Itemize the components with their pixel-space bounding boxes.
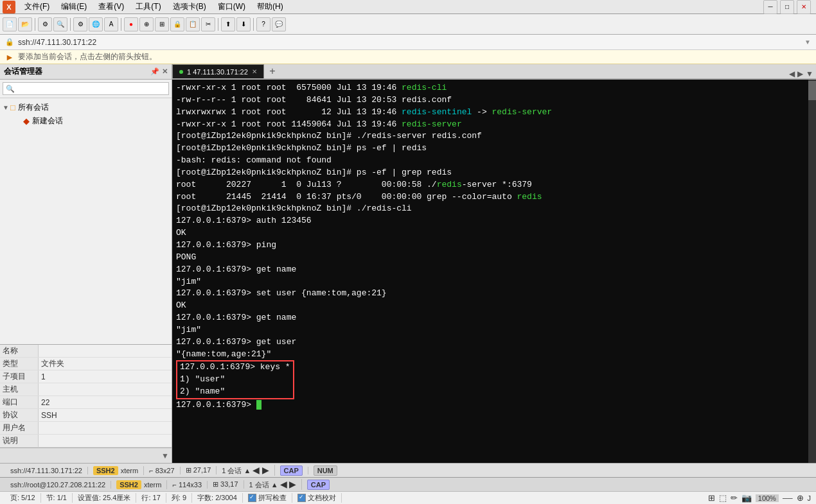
info-bar: ► 要添加当前会话，点击左侧的箭头按钮。: [0, 50, 816, 64]
status-sessions-2: 1 会话 ▲ ◀ ▶: [244, 479, 302, 490]
tab-close-icon-1[interactable]: ✕: [252, 68, 257, 75]
toolbar-btn-13[interactable]: ⬇: [236, 17, 251, 31]
terminal-line-18: 127.0.0.1:6379> set user {name:tom,age:2…: [176, 288, 804, 300]
toolbar-btn-3[interactable]: ⚙: [73, 17, 87, 31]
status-num-1: NUM: [308, 467, 342, 474]
terminal-line-15: PONG: [176, 252, 804, 264]
session-icon: ◆: [23, 116, 30, 126]
session-manager-header: 会话管理器 📌 ✕: [0, 64, 172, 80]
terminal-line-22: 127.0.0.1:6379> get user: [176, 336, 804, 349]
tab-session-1[interactable]: 1 47.111.30.171:22 ✕: [172, 64, 264, 78]
toolbar-btn-9[interactable]: 🔒: [170, 17, 184, 31]
status-cap-1: CAP: [275, 467, 308, 474]
prop-val-port: 22: [39, 398, 52, 407]
toolbar-open-btn[interactable]: 📂: [18, 17, 32, 31]
doc-icon-3[interactable]: ✏: [731, 493, 738, 503]
doc-zoom-out[interactable]: J: [808, 494, 812, 502]
menu-file[interactable]: 文件(F): [19, 0, 55, 13]
toolbar-new-btn[interactable]: 📄: [3, 17, 17, 31]
doc-icon-5[interactable]: ⊕: [797, 493, 804, 503]
minimize-button[interactable]: ─: [763, 0, 777, 14]
address-text[interactable]: ssh://47.111.30.171:22: [18, 38, 801, 47]
terminal-body[interactable]: -rwxr-xr-x 1 root root 6575000 Jul 13 19…: [172, 80, 808, 463]
toolbar-btn-8[interactable]: ⊞: [155, 17, 169, 31]
toolbar-btn-6[interactable]: ●: [124, 17, 138, 31]
doc-status-bar: 页: 5/12 节: 1/1 设置值: 25.4厘米 行: 17 列: 9 字数…: [0, 491, 816, 504]
tab-active-dot: [179, 70, 183, 74]
terminal-line-9: root 20227 1 0 Jul13 ? 00:00:58 ./redis-…: [176, 179, 804, 191]
prop-key-children: 子项目: [0, 370, 39, 383]
doc-chars: 字数: 2/3004: [192, 493, 243, 503]
tab-label-1: 1 47.111.30.171:22: [187, 68, 248, 76]
status-xterm-2: xterm: [144, 481, 162, 489]
session-tree: ▼ □ 所有会话 ◆ 新建会话: [0, 98, 172, 344]
doc-icon-4[interactable]: 📷: [741, 493, 752, 503]
menu-edit[interactable]: 编辑(E): [56, 0, 92, 13]
terminal-line-16: 127.0.0.1:6379> get name: [176, 264, 804, 276]
toolbar-btn-5[interactable]: A: [104, 17, 118, 31]
tab-navigation-arrows: ◀ ▶ ▼: [789, 69, 816, 78]
tab-prev-icon[interactable]: ◀: [789, 69, 795, 78]
status-host-1: ssh://47.111.30.171:22: [5, 467, 88, 474]
terminal-line-10: root 21445 21414 0 16:37 pts/0 00:00:00 …: [176, 191, 804, 204]
app-logo: X: [3, 1, 15, 13]
doc-zoom-slider[interactable]: ──: [783, 494, 793, 502]
address-dropdown-icon[interactable]: ▼: [804, 39, 811, 46]
terminal-scrollbar[interactable]: [808, 80, 816, 463]
tree-item-new-session[interactable]: ◆ 新建会话: [0, 114, 172, 128]
pin-icon[interactable]: 📌: [150, 67, 159, 76]
menu-tools[interactable]: 工具(T): [130, 0, 166, 13]
prop-key-port: 端口: [0, 396, 39, 408]
doc-spellcheck[interactable]: ✓ 拼写检查: [243, 493, 292, 503]
doc-icon-2[interactable]: ⬚: [719, 493, 727, 503]
prop-key-host: 主机: [0, 383, 39, 395]
terminal-line-25: 1) "user": [180, 374, 290, 386]
terminal-line-1: -rwxr-xr-x 1 root root 6575000 Jul 13 19…: [176, 82, 804, 94]
prop-key-desc: 说明: [0, 435, 39, 447]
tab-next-icon[interactable]: ▶: [797, 69, 803, 78]
toolbar-btn-7[interactable]: ⊕: [139, 17, 154, 31]
tree-item-all-sessions[interactable]: ▼ □ 所有会话: [0, 101, 172, 114]
doc-compare[interactable]: ✓ 文档校对: [292, 493, 342, 503]
search-input[interactable]: [3, 82, 169, 95]
toolbar-btn-1[interactable]: ⚙: [38, 17, 52, 31]
lock-icon: 🔒: [5, 38, 14, 46]
tree-expander-icon: ▼: [3, 104, 10, 111]
doc-icon-1[interactable]: ⊞: [708, 493, 715, 503]
toolbar-btn-12[interactable]: ⬆: [221, 17, 235, 31]
status-cursor-2: ⊞ 33,17: [208, 480, 244, 489]
menu-window[interactable]: 窗口(W): [213, 0, 251, 13]
close-button[interactable]: ✕: [797, 0, 811, 14]
toolbar-comment-btn[interactable]: 💬: [272, 17, 286, 31]
all-sessions-label: 所有会话: [18, 102, 49, 113]
terminal-scroll-thumb[interactable]: [808, 81, 816, 100]
terminal-line-11: [root@iZbp12ek0pnkik9ckhpknoZ bin]# ./re…: [176, 203, 804, 215]
toolbar-help-btn[interactable]: ?: [256, 17, 271, 31]
menu-help[interactable]: 帮助(H): [252, 0, 288, 13]
address-bar: 🔒 ssh://47.111.30.171:22 ▼: [0, 35, 816, 50]
scroll-down-icon[interactable]: ▼: [161, 451, 169, 460]
tab-add-button[interactable]: +: [265, 64, 279, 78]
info-bar-text: 要添加当前会话，点击左侧的箭头按钮。: [18, 51, 157, 62]
status-cap-2: CAP: [302, 481, 335, 489]
status-sessions-1: 1 会话 ▲ ◀ ▶: [217, 465, 274, 476]
status-bar-2: ssh://root@120.27.208.211:22 SSH2 xterm …: [0, 477, 816, 491]
toolbar-btn-10[interactable]: 📋: [186, 17, 200, 31]
toolbar-btn-4[interactable]: 🌐: [89, 17, 103, 31]
toolbar-btn-2[interactable]: 🔍: [53, 17, 67, 31]
menu-view[interactable]: 查看(V): [93, 0, 129, 13]
terminal-line-19: OK: [176, 300, 804, 312]
maximize-button[interactable]: □: [780, 0, 794, 14]
status-size-1: ⌐ 83x27: [144, 467, 180, 474]
tab-menu-icon[interactable]: ▼: [806, 69, 813, 78]
ssh2-badge-2: SSH2: [116, 480, 141, 489]
terminal-line-21: "jim": [176, 324, 804, 336]
sidebar-close-icon[interactable]: ✕: [162, 67, 168, 76]
toolbar: 📄 📂 ⚙ 🔍 ⚙ 🌐 A ● ⊕ ⊞ 🔒 📋 ✂ ⬆ ⬇ ? 💬: [0, 14, 816, 35]
terminal-line-20: 127.0.0.1:6379> get name: [176, 312, 804, 324]
terminal-line-5: [root@iZbp12ek0pnkik9ckhpknoZ bin]# ./re…: [176, 130, 804, 143]
prop-val-type: 文件夹: [39, 358, 67, 369]
menu-tabs[interactable]: 选项卡(B): [168, 0, 211, 13]
toolbar-btn-11[interactable]: ✂: [201, 17, 215, 31]
folder-icon: □: [10, 103, 15, 112]
